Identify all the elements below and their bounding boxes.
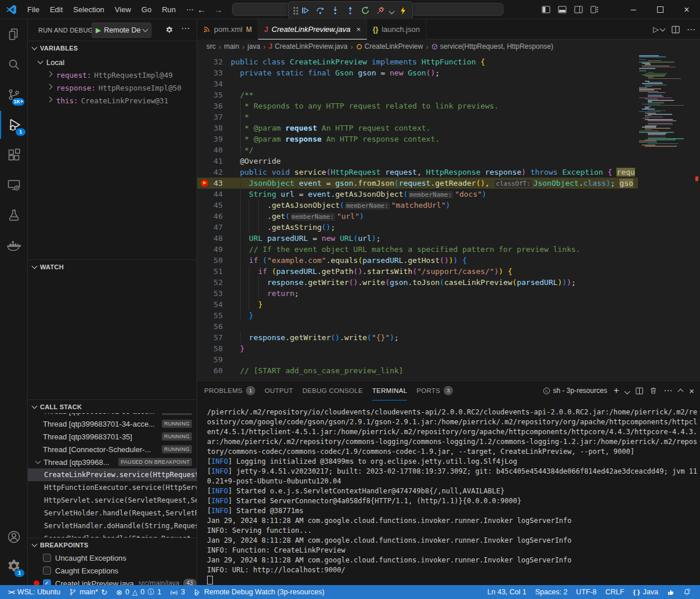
split-terminal-icon[interactable] xyxy=(636,387,643,395)
tab-pom-xml[interactable]: pom.xmlM xyxy=(197,19,258,39)
status-left-item-3[interactable]: 3 xyxy=(166,585,188,599)
breakpoint-checkbox[interactable] xyxy=(43,554,51,562)
line-number[interactable]: 37 xyxy=(197,111,231,122)
status-left-item-1[interactable]: main*↻ xyxy=(66,585,111,599)
code-line[interactable]: 36 * Responds to any HTTP request relate… xyxy=(197,100,638,111)
code-line[interactable]: 40 */ xyxy=(197,145,638,156)
step-out-icon[interactable] xyxy=(343,3,357,17)
code-line[interactable]: 51 if (parsedURL.getPath().startsWith("/… xyxy=(197,266,638,277)
code-line[interactable]: 54 } xyxy=(197,299,638,310)
breakpoints-section-header[interactable]: BREAKPOINTS xyxy=(28,537,197,551)
variable-row[interactable]: this:CreateLinkPreview@31 xyxy=(28,94,197,107)
editor-more-icon[interactable]: ⋯ xyxy=(687,24,695,35)
maximize-button[interactable] xyxy=(647,0,673,19)
close-panel-icon[interactable]: × xyxy=(689,386,694,396)
line-number[interactable]: 32 xyxy=(197,56,231,67)
code-line[interactable]: 52 response.getWriter().write(gson.toJso… xyxy=(197,277,638,288)
panel-tab-terminal[interactable]: TERMINAL xyxy=(372,381,408,400)
terminal-output[interactable]: /pierrick/.m2/repository/io/cloudevents/… xyxy=(207,407,697,585)
panel-more-icon[interactable]: ⋯ xyxy=(663,385,672,396)
code-line[interactable]: 44 String url = event.getAsJsonObject(me… xyxy=(197,189,638,200)
maximize-panel-icon[interactable] xyxy=(679,387,683,395)
forward-icon[interactable]: → xyxy=(214,5,223,15)
step-over-icon[interactable] xyxy=(313,3,327,17)
code-line[interactable]: 37 * xyxy=(197,111,638,122)
stack-frame[interactable]: CreateLinkPreview.service(HttpRequest, xyxy=(28,468,197,481)
status-left-item-0[interactable]: ><WSL: Ubuntu xyxy=(5,585,64,599)
disconnect-dropdown-icon[interactable] xyxy=(390,6,394,15)
code-line[interactable]: 60 // [START add_ons_case_preview_link] xyxy=(197,365,638,376)
line-number[interactable]: 48 xyxy=(197,233,231,244)
tab-launch-json[interactable]: {}launch.json xyxy=(367,19,426,39)
line-number[interactable]: 34 xyxy=(197,78,231,89)
panel-tab-ports[interactable]: PORTS3 xyxy=(416,381,453,400)
close-button[interactable]: × xyxy=(673,0,700,19)
minimize-button[interactable]: ─ xyxy=(620,0,647,19)
continue-icon[interactable] xyxy=(298,3,312,17)
line-number[interactable]: 40 xyxy=(197,145,231,156)
code-line[interactable]: 58 } xyxy=(197,343,638,354)
status-right-item-5[interactable] xyxy=(663,585,678,599)
line-number[interactable]: 38 xyxy=(197,122,231,133)
line-number[interactable]: 39 xyxy=(197,133,231,145)
line-number[interactable]: 52 xyxy=(197,277,231,288)
debug-gear-icon[interactable] xyxy=(165,26,173,34)
line-number[interactable]: 36 xyxy=(197,100,231,111)
breakpoint-row[interactable]: Uncaught Exceptions xyxy=(28,551,197,564)
sidebar-more-icon[interactable]: ⋯ xyxy=(181,23,190,34)
panel-tab-output[interactable]: OUTPUT xyxy=(264,381,293,400)
stack-frame[interactable]: HttpServlet.service(ServletRequest,Ser xyxy=(28,494,197,507)
breadcrumb[interactable]: src›main›java›JCreateLinkPreview.java›Cr… xyxy=(197,39,700,53)
variable-row[interactable]: response:HttpResponseImpl@50 xyxy=(28,81,197,94)
code-line[interactable]: 41 @Override xyxy=(197,156,638,167)
line-number[interactable]: 49 xyxy=(197,244,231,255)
breadcrumb-item[interactable]: java xyxy=(248,42,260,50)
variables-section-header[interactable]: VARIABLES xyxy=(28,41,197,55)
code-line[interactable]: 53 return; xyxy=(197,288,638,299)
customize-layout-icon[interactable] xyxy=(586,0,603,19)
minimap[interactable] xyxy=(638,53,690,380)
line-number[interactable]: 58 xyxy=(197,343,231,354)
status-right-item-3[interactable]: CRLF xyxy=(602,585,628,599)
variables-scope[interactable]: Local xyxy=(28,56,197,68)
activity-explorer[interactable] xyxy=(0,20,27,48)
code-line[interactable]: 34 xyxy=(197,78,638,89)
code-line[interactable]: 33 private static final Gson gson = new … xyxy=(197,67,638,78)
close-tab-icon[interactable]: × xyxy=(356,25,361,34)
breakpoint-checkbox[interactable] xyxy=(43,566,51,575)
thread-row[interactable]: Thread [qtp399683701-34-acce...RUNNING xyxy=(28,417,197,430)
status-left-item-4[interactable]: Remote Debug Watch (3p-resources) xyxy=(190,585,328,599)
menu-edit[interactable]: Edit xyxy=(45,5,68,14)
menu-go[interactable]: Go xyxy=(136,5,157,14)
thread-row[interactable]: Thread [qtp399683701-35]RUNNING xyxy=(28,430,197,443)
start-debug-icon[interactable]: ▶ xyxy=(96,26,101,34)
breadcrumb-item[interactable]: service(HttpRequest, HttpResponse) xyxy=(431,42,553,50)
terminal-dropdown-icon[interactable] xyxy=(625,387,629,395)
code-line[interactable]: 59 xyxy=(197,354,638,365)
step-into-icon[interactable] xyxy=(328,3,342,17)
kill-terminal-icon[interactable] xyxy=(650,387,657,395)
code-line[interactable]: 35 /** xyxy=(197,89,638,100)
breadcrumb-item[interactable]: src xyxy=(206,42,216,50)
code-line[interactable]: 47 .getAsString(); xyxy=(197,222,638,233)
restart-icon[interactable] xyxy=(358,3,372,17)
menu-view[interactable]: View xyxy=(110,5,136,14)
thread-row[interactable]: Thread [qtp399683701-33-acce...RUNNING xyxy=(28,413,197,417)
line-number[interactable]: 53 xyxy=(197,288,231,299)
status-right-item-2[interactable]: UTF-8 xyxy=(572,585,600,599)
line-number[interactable]: 51 xyxy=(197,266,231,277)
thread-row[interactable]: Thread [Connector-Scheduler-...RUNNING xyxy=(28,443,197,456)
activity-testing[interactable] xyxy=(0,201,27,229)
stack-frame[interactable]: HttpFunctionExecutor.service(HttpServl xyxy=(28,481,197,494)
code-line[interactable]: 43 JsonObject event = gson.fromJson(requ… xyxy=(197,178,638,189)
line-number[interactable]: 56 xyxy=(197,321,231,332)
code-line[interactable]: 55 } xyxy=(197,310,638,321)
panel-tab-problems[interactable]: PROBLEMS1 xyxy=(204,381,255,400)
activity-settings[interactable]: 1 xyxy=(0,552,27,580)
status-right-item-4[interactable]: { }Java xyxy=(629,585,662,599)
callstack-section-header[interactable]: CALL STACK xyxy=(28,399,197,413)
activity-search[interactable] xyxy=(0,50,27,78)
code-line[interactable]: 38 * @param request An HTTP request cont… xyxy=(197,122,638,133)
code-line[interactable]: 49 // If the event object URL matches a … xyxy=(197,244,638,255)
stack-frame[interactable]: ScopedHandler.handle(String,Request, xyxy=(28,532,197,537)
